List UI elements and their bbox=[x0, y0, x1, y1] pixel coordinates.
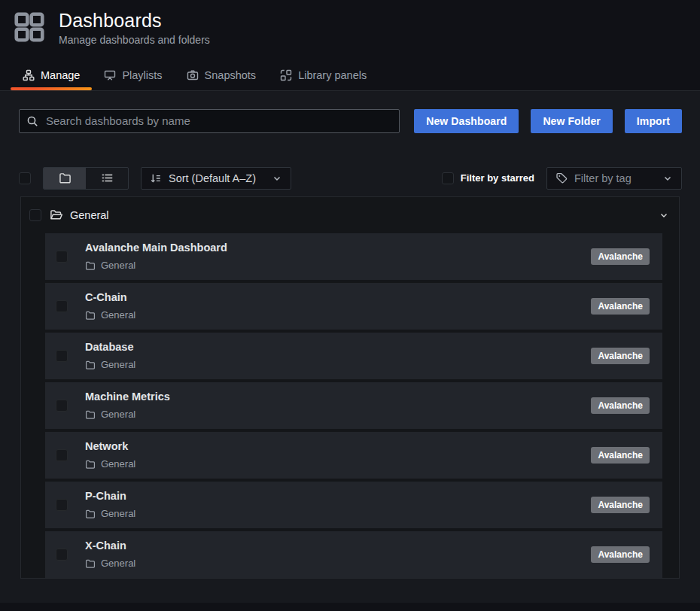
tag-badge[interactable]: Avalanche bbox=[591, 298, 650, 315]
dashboard-row[interactable]: C-Chain General Avalanche bbox=[45, 283, 662, 330]
tag-badge[interactable]: Avalanche bbox=[591, 397, 650, 414]
dashboard-row[interactable]: X-Chain General Avalanche bbox=[45, 531, 662, 578]
folder-view-button[interactable] bbox=[44, 168, 86, 189]
sort-dropdown[interactable]: Sort (Default A–Z) bbox=[141, 167, 291, 190]
tab-label: Library panels bbox=[298, 69, 367, 81]
tag-icon bbox=[555, 172, 568, 184]
dashboard-folder: General bbox=[101, 309, 135, 321]
folder-name: General bbox=[70, 209, 109, 221]
folder-checkbox[interactable] bbox=[29, 209, 41, 221]
filter-by-starred[interactable]: Filter by starred bbox=[442, 172, 534, 184]
folder-icon bbox=[85, 459, 96, 470]
dashboard-row[interactable]: Machine Metrics General Avalanche bbox=[45, 382, 662, 429]
list-view-icon bbox=[101, 172, 114, 184]
dashboard-row[interactable]: Network General Avalanche bbox=[45, 432, 662, 479]
page-header: Dashboards Manage dashboards and folders… bbox=[0, 0, 700, 91]
starred-checkbox[interactable] bbox=[442, 172, 454, 184]
tab-label: Playlists bbox=[122, 69, 162, 81]
tab-label: Manage bbox=[41, 69, 80, 81]
filter-by-tag-dropdown[interactable]: Filter by tag bbox=[546, 167, 682, 190]
tab-label: Snapshots bbox=[205, 69, 257, 81]
dashboard-folder: General bbox=[101, 409, 135, 420]
dashboard-folder: General bbox=[101, 558, 135, 569]
dashboard-folder: General bbox=[101, 458, 135, 470]
row-checkbox[interactable] bbox=[56, 499, 68, 511]
folder-icon bbox=[85, 310, 96, 321]
camera-icon bbox=[187, 69, 199, 81]
dashboard-folder: General bbox=[101, 508, 135, 519]
chevron-down-icon bbox=[662, 173, 673, 184]
tab-playlists[interactable]: Playlists bbox=[92, 62, 174, 90]
chevron-down-icon[interactable] bbox=[659, 210, 669, 220]
search-results-panel: General Avalanche Main Dashboard bbox=[20, 196, 680, 579]
row-checkbox[interactable] bbox=[56, 400, 68, 412]
sort-value: Sort (Default A–Z) bbox=[169, 172, 256, 184]
dashboard-title: Machine Metrics bbox=[85, 391, 170, 403]
apps-icon bbox=[12, 10, 47, 44]
folder-icon bbox=[85, 260, 96, 271]
search-icon bbox=[26, 115, 38, 127]
tag-filter-placeholder: Filter by tag bbox=[574, 172, 632, 184]
folder-open-icon bbox=[50, 208, 63, 222]
dashboard-title: X-Chain bbox=[85, 540, 135, 552]
tab-manage[interactable]: Manage bbox=[11, 62, 92, 90]
folder-section-general[interactable]: General bbox=[21, 197, 679, 233]
folder-icon bbox=[85, 509, 96, 519]
library-panel-icon bbox=[280, 69, 292, 81]
tag-badge[interactable]: Avalanche bbox=[591, 348, 650, 364]
import-button[interactable]: Import bbox=[625, 109, 682, 133]
dashboard-title: C-Chain bbox=[85, 291, 135, 304]
page-content: New Dashboard New Folder Import bbox=[0, 91, 700, 603]
row-checkbox[interactable] bbox=[56, 350, 68, 362]
folder-icon bbox=[85, 558, 96, 569]
folder-view-icon bbox=[59, 172, 72, 184]
search-box bbox=[19, 109, 400, 133]
dashboard-title: Database bbox=[85, 341, 135, 354]
row-checkbox[interactable] bbox=[56, 300, 68, 312]
dashboard-row[interactable]: P-Chain General Avalanche bbox=[45, 482, 662, 528]
dashboard-title: P-Chain bbox=[85, 490, 135, 503]
view-toggle bbox=[43, 167, 129, 190]
tag-badge[interactable]: Avalanche bbox=[591, 248, 650, 265]
page-subtitle: Manage dashboards and folders bbox=[59, 34, 210, 46]
folder-icon bbox=[85, 409, 96, 420]
page-title: Dashboards bbox=[59, 10, 210, 32]
presentation-icon bbox=[104, 69, 116, 81]
folder-icon bbox=[85, 360, 96, 370]
dashboard-folder: General bbox=[101, 359, 135, 370]
tab-library-panels[interactable]: Library panels bbox=[268, 62, 379, 90]
dashboard-title: Network bbox=[85, 440, 135, 453]
row-checkbox[interactable] bbox=[56, 449, 68, 461]
chevron-down-icon bbox=[272, 173, 282, 184]
new-dashboard-button[interactable]: New Dashboard bbox=[414, 109, 519, 133]
row-checkbox[interactable] bbox=[56, 251, 68, 263]
tag-badge[interactable]: Avalanche bbox=[591, 497, 650, 513]
dashboard-row[interactable]: Database General Avalanche bbox=[45, 333, 662, 379]
toolbar: Sort (Default A–Z) Filter by starred Fil… bbox=[19, 167, 682, 190]
new-folder-button[interactable]: New Folder bbox=[531, 109, 612, 133]
tab-snapshots[interactable]: Snapshots bbox=[175, 62, 269, 90]
starred-label: Filter by starred bbox=[461, 172, 534, 184]
dashboard-folder: General bbox=[101, 260, 135, 271]
row-checkbox[interactable] bbox=[56, 549, 68, 561]
sort-icon bbox=[150, 172, 162, 184]
select-all-checkbox[interactable] bbox=[19, 172, 31, 184]
dashboard-row[interactable]: Avalanche Main Dashboard General Avalanc… bbox=[45, 233, 662, 280]
list-view-button[interactable] bbox=[86, 168, 128, 189]
search-input[interactable] bbox=[44, 114, 392, 128]
sitemap-icon bbox=[23, 69, 35, 81]
dashboard-title: Avalanche Main Dashboard bbox=[85, 242, 227, 254]
tab-bar: Manage Playlists Snapshots bbox=[0, 62, 700, 91]
tag-badge[interactable]: Avalanche bbox=[591, 546, 650, 563]
dashboard-list: Avalanche Main Dashboard General Avalanc… bbox=[21, 233, 679, 582]
tag-badge[interactable]: Avalanche bbox=[591, 447, 650, 464]
